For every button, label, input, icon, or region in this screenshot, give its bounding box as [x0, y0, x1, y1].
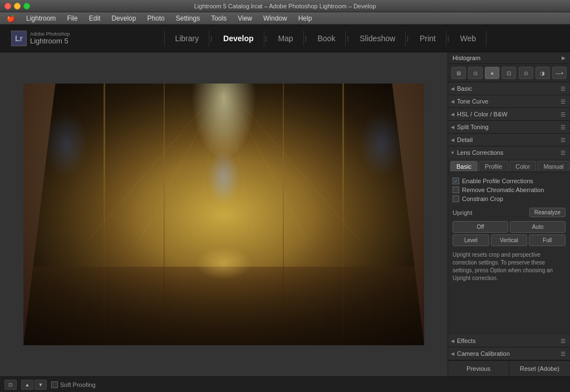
- upright-row: Upright Reanalyze: [453, 203, 566, 219]
- previous-button[interactable]: Previous: [448, 361, 509, 376]
- reset-button[interactable]: Reset (Adobe): [509, 361, 570, 376]
- upright-full-button[interactable]: Full: [529, 234, 566, 246]
- lc-tab-basic[interactable]: Basic: [450, 161, 478, 171]
- redeye-tool[interactable]: ⊡: [502, 67, 516, 79]
- split-toning-label: Split Toning: [457, 124, 489, 130]
- tab-print[interactable]: Print: [410, 31, 446, 46]
- tab-map[interactable]: Map: [268, 31, 303, 46]
- remove-chromatic-checkbox[interactable]: [453, 187, 459, 193]
- tone-curve-label: Tone Curve: [457, 98, 488, 105]
- menu-view[interactable]: View: [235, 13, 254, 23]
- split-toning-header[interactable]: ◀ Split Toning ☰: [448, 121, 570, 133]
- lens-corrections-label: Lens Corrections: [457, 149, 503, 156]
- lc-tab-profile[interactable]: Profile: [479, 161, 508, 171]
- crop-tool[interactable]: ⊞: [451, 67, 466, 79]
- lens-corrections-body: Enable Profile Corrections Remove Chroma…: [448, 172, 570, 290]
- grid-view-button[interactable]: ⊡: [4, 380, 17, 390]
- camera-calibration-header[interactable]: ◀ Camera Calibration ☰: [448, 347, 570, 360]
- tab-slideshow[interactable]: Slideshow: [350, 31, 406, 46]
- tone-curve-header[interactable]: ◀ Tone Curve ☰: [448, 95, 570, 107]
- detail-label: Detail: [457, 136, 473, 143]
- effects-label: Effects: [457, 337, 475, 344]
- effects-header[interactable]: ◀ Effects ☰: [448, 335, 570, 347]
- minimize-button[interactable]: [14, 3, 21, 9]
- graduated-filter[interactable]: ◑: [535, 67, 550, 79]
- menu-help[interactable]: Help: [296, 13, 315, 23]
- traffic-lights: [4, 3, 30, 9]
- soft-proofing-label: Soft Proofing: [60, 381, 96, 388]
- apple-menu[interactable]: 🍎: [4, 13, 17, 23]
- fullscreen-button[interactable]: [23, 3, 30, 9]
- basic-section: ◀ Basic ☰: [448, 82, 570, 95]
- menu-tools[interactable]: Tools: [209, 13, 229, 23]
- nav-tabs: Library | Develop | Map | Book | Slidesh…: [92, 31, 559, 46]
- split-toning-triangle-icon: ◀: [450, 125, 455, 129]
- tone-curve-menu-icon: ☰: [561, 99, 566, 105]
- effects-menu-icon: ☰: [561, 338, 566, 344]
- radial-filter[interactable]: —•: [552, 67, 567, 79]
- soft-proofing-checkbox[interactable]: [51, 381, 58, 388]
- upright-level-button[interactable]: Level: [453, 234, 489, 246]
- remove-chromatic-row: Remove Chromatic Aberration: [453, 185, 566, 194]
- lens-corrections-menu-icon: ☰: [561, 150, 566, 156]
- basic-menu-icon: ☰: [561, 86, 566, 92]
- upright-buttons-row2: Level Vertical Full: [453, 234, 566, 246]
- close-button[interactable]: [4, 3, 11, 9]
- lens-corrections-section: ▼ Lens Corrections ☰ Basic Profile Color…: [448, 146, 570, 335]
- reanalyze-button[interactable]: Reanalyze: [529, 208, 566, 217]
- menu-edit[interactable]: Edit: [87, 13, 103, 23]
- upright-label: Upright: [453, 209, 472, 216]
- camera-calibration-label: Camera Calibration: [457, 350, 510, 357]
- app-version: Lightroom 5: [30, 37, 70, 45]
- basic-label: Basic: [457, 85, 472, 92]
- basic-header[interactable]: ◀ Basic ☰: [448, 82, 570, 95]
- lc-tab-color[interactable]: Color: [509, 161, 536, 171]
- crop-overlay-tool[interactable]: ⊙: [468, 67, 483, 79]
- split-toning-menu-icon: ☰: [561, 124, 566, 130]
- right-panel-footer: Previous Reset (Adobe): [448, 360, 570, 376]
- tab-book[interactable]: Book: [307, 31, 346, 46]
- lr-badge: Lr: [11, 31, 27, 46]
- menu-develop[interactable]: Develop: [109, 13, 138, 23]
- hsl-label: HSL / Color / B&W: [457, 111, 508, 117]
- tab-web[interactable]: Web: [450, 31, 487, 46]
- menu-settings[interactable]: Settings: [174, 13, 202, 23]
- hsl-header[interactable]: ◀ HSL / Color / B&W ☰: [448, 108, 570, 120]
- upright-vertical-button[interactable]: Vertical: [491, 234, 528, 246]
- tone-curve-triangle-icon: ◀: [450, 99, 455, 104]
- camera-calibration-triangle-icon: ◀: [450, 351, 455, 356]
- menu-photo[interactable]: Photo: [145, 13, 166, 23]
- upright-off-button[interactable]: Off: [453, 221, 508, 233]
- upright-auto-button[interactable]: Auto: [510, 221, 566, 233]
- tab-develop[interactable]: Develop: [213, 31, 264, 46]
- hsl-triangle-icon: ◀: [450, 112, 455, 116]
- upright-buttons-row1: Off Auto: [453, 221, 566, 233]
- histogram-collapse-icon[interactable]: ▶: [562, 55, 566, 61]
- tone-curve-section: ◀ Tone Curve ☰: [448, 95, 570, 108]
- photo-image: [23, 84, 424, 345]
- menu-lightroom[interactable]: Lightroom: [24, 13, 58, 23]
- split-toning-section: ◀ Split Toning ☰: [448, 121, 570, 134]
- menu-file[interactable]: File: [65, 13, 80, 23]
- menu-window[interactable]: Window: [261, 13, 289, 23]
- histogram-section[interactable]: Histogram ▶: [448, 52, 570, 64]
- enable-profile-row: Enable Profile Corrections: [453, 177, 566, 185]
- menu-bar: 🍎 Lightroom File Edit Develop Photo Sett…: [0, 12, 570, 24]
- remove-chromatic-label: Remove Chromatic Aberration: [462, 187, 544, 193]
- tab-library[interactable]: Library: [164, 31, 209, 46]
- detail-section: ◀ Detail ☰: [448, 134, 570, 146]
- lc-tab-manual[interactable]: Manual: [537, 161, 569, 171]
- spot-removal-tool[interactable]: ●: [485, 67, 499, 79]
- flag-up-button[interactable]: ▲: [21, 380, 33, 390]
- constrain-crop-checkbox[interactable]: [453, 195, 459, 202]
- photo-container: [23, 84, 424, 345]
- enable-profile-checkbox[interactable]: [453, 178, 459, 184]
- flag-down-button[interactable]: ▼: [35, 380, 47, 390]
- lens-corrections-triangle-icon: ▼: [450, 150, 455, 155]
- adjustment-brush[interactable]: ⊙: [519, 67, 533, 79]
- lens-corrections-header[interactable]: ▼ Lens Corrections ☰: [448, 146, 570, 159]
- titlebar: Lightroom 5 Catalog.lrcat – Adobe Photos…: [0, 0, 570, 12]
- camera-calibration-menu-icon: ☰: [561, 351, 566, 357]
- app-header: Lr Adobe Photoshop Lightroom 5 Library |…: [0, 24, 570, 52]
- detail-header[interactable]: ◀ Detail ☰: [448, 134, 570, 146]
